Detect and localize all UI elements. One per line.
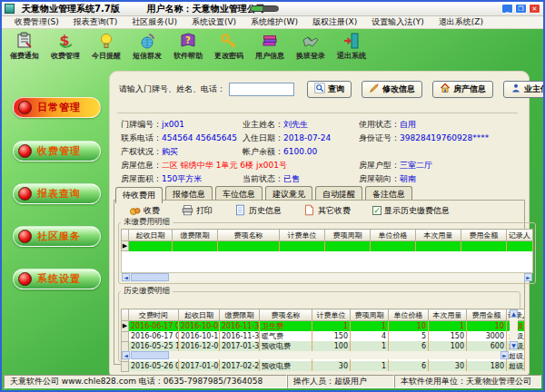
- status-company: 天意软件公司 www.chle828.com 电话：0635-7987985/7…: [4, 375, 287, 388]
- table-row[interactable]: ▶: [122, 241, 533, 251]
- toolbar-button-sms-broadcast[interactable]: 短信群发: [126, 32, 168, 61]
- menu-item-report-query[interactable]: 报表查询(T): [66, 16, 125, 28]
- table-cell: 100: [312, 341, 351, 351]
- history-fees-table: 交费时间起收日期缴费限期费项名称计费单位费项周期单位价格本次用量费用金额记录人▶…: [121, 309, 525, 372]
- search-row: 请输入门牌号、姓名、电话： 查询修改信息房产信息业主信息: [119, 80, 520, 98]
- table-row[interactable]: 2016-06-17 08:202016-10-172016-11-30暖气费1…: [122, 331, 525, 341]
- sidebar-item-daily-management[interactable]: 日常管理: [13, 97, 101, 118]
- toolbar-button-user-info[interactable]: 用户信息: [249, 32, 291, 61]
- fee-toolbar: 收费打印历史信息其它收费✓显示历史缴费信息: [129, 203, 450, 218]
- unpaid-fees-table: 起收日期缴费限期费项名称计费单位费项周期单位价格本次用量费用金额记录人▶: [121, 229, 533, 251]
- toolbar-button-software-help[interactable]: ?软件帮助: [167, 32, 209, 61]
- scroll-down-icon[interactable]: ▼: [510, 341, 518, 349]
- title-bar: 天意物业管理系统7.7版 用户名称：天意物业管理公司 _ ❐ ✕: [2, 2, 543, 16]
- show-history-checkbox-label: 显示历史缴费信息: [384, 205, 450, 217]
- scroll-right-icon[interactable]: ►: [524, 273, 532, 281]
- table-cell: 2016-11-30: [220, 321, 260, 332]
- column-header: 记录人: [507, 230, 533, 241]
- table-cell: 180: [467, 361, 507, 371]
- table-row[interactable]: 2016-05-25 16:562016-12-092017-01-31预收电费…: [122, 341, 525, 351]
- sidebar: 日常管理收费管理报表查询社区服务系统设置: [2, 73, 109, 373]
- menu-item-exit-system[interactable]: 退出系统(Z): [431, 16, 490, 28]
- table-cell: [280, 241, 325, 251]
- history-icon: [234, 204, 246, 218]
- menu-item-copyright-register[interactable]: 版权注册(X): [305, 16, 364, 28]
- table-cell: 4: [351, 331, 389, 341]
- table-cell: 2017-01-09: [179, 361, 220, 371]
- show-history-checkbox[interactable]: ✓: [372, 206, 382, 215]
- other-fee-button[interactable]: 其它收费: [303, 204, 351, 218]
- table-cell: 150: [429, 331, 467, 341]
- menu-item-system-settings[interactable]: 系统设置(V): [184, 16, 243, 28]
- table-cell: 2016-06-17 09:14: [129, 321, 179, 332]
- tab-panel-pending-fees: 收费打印历史信息其它收费✓显示历史缴费信息 未缴费用明细 起收日期缴费限期费项名…: [114, 200, 525, 365]
- table-cell: [507, 241, 533, 251]
- table-cell: [218, 241, 280, 251]
- sidebar-item-system-settings[interactable]: 系统设置: [13, 269, 101, 289]
- scroll-thumb[interactable]: [131, 351, 169, 359]
- table-row[interactable]: ▶2016-06-17 09:142016-10-062016-11-30卫生费…: [122, 321, 525, 332]
- table-row[interactable]: 2016-05-26 07:462017-01-092017-02-28预收电费…: [122, 361, 525, 371]
- collect-fee-button[interactable]: 收费: [129, 204, 160, 218]
- owner-info-button[interactable]: 业主信息: [503, 81, 545, 98]
- search-icon: [314, 83, 325, 95]
- history-vertical-scrollbar[interactable]: ▲ ▼: [510, 309, 518, 349]
- search-buttons: 查询修改信息房产信息业主信息: [307, 81, 545, 98]
- column-header: 费用金额: [467, 309, 507, 321]
- notice-icon: [4, 32, 45, 50]
- print-button[interactable]: 打印: [182, 204, 213, 218]
- sidebar-item-report-query[interactable]: 报表查询: [13, 183, 101, 204]
- status-software-unit: 本软件使用单位：天意物业管理公司: [394, 375, 541, 388]
- scroll-thumb[interactable]: [131, 273, 169, 281]
- column-header: 费项周期: [325, 230, 371, 241]
- table-cell: 2016-10-17: [179, 331, 220, 341]
- menu-item-community-service[interactable]: 社区服务(U): [124, 16, 184, 28]
- table-cell: 预收电费: [260, 341, 312, 351]
- property-info-button[interactable]: 房产信息: [432, 81, 493, 98]
- column-header: 本次用量: [429, 309, 467, 321]
- window-controls: _ ❐ ✕: [501, 4, 540, 14]
- query-button[interactable]: 查询: [307, 81, 352, 98]
- table-cell: 6: [389, 361, 429, 371]
- table-cell: 3000: [467, 331, 507, 341]
- scroll-left-icon[interactable]: ◄: [122, 351, 130, 359]
- toolbar-button-exit-system[interactable]: 退出系统: [331, 32, 372, 61]
- search-input[interactable]: [229, 83, 294, 96]
- red-sphere-icon: [18, 230, 32, 243]
- menu-item-system-maintenance[interactable]: 系统维护(W): [243, 16, 305, 28]
- minimize-button[interactable]: _: [501, 4, 513, 14]
- red-sphere-icon: [18, 144, 32, 158]
- sidebar-item-community-service[interactable]: 社区服务: [13, 226, 101, 247]
- status-bar: 天意软件公司 www.chle828.com 电话：0635-7987985/7…: [4, 375, 541, 388]
- owner-info-field: 房屋户型：三室二厅: [359, 160, 522, 172]
- history-info-button[interactable]: 历史信息: [234, 204, 282, 218]
- owner-info-field: 联系电话：454564 45645645: [121, 132, 243, 144]
- scroll-left-icon[interactable]: ◄: [122, 273, 130, 281]
- history-horizontal-scrollbar[interactable]: ◄ ►: [122, 351, 509, 359]
- toolbar-button-shift-login[interactable]: 换班登录: [290, 32, 332, 61]
- collect-icon: [129, 204, 141, 218]
- modify-info-button[interactable]: 修改信息: [362, 81, 422, 98]
- sms-icon: [126, 32, 168, 50]
- toolbar-button-fee-notice[interactable]: 催费通知: [4, 32, 45, 61]
- toolbar-button-fee-management[interactable]: $收费管理: [45, 32, 86, 61]
- toolbar-button-change-password[interactable]: 更改密码: [208, 32, 250, 61]
- restore-button[interactable]: ❐: [515, 4, 527, 14]
- menu-item-fee-management[interactable]: 收费管理(S): [7, 16, 66, 28]
- scroll-up-icon[interactable]: ▲: [510, 309, 518, 318]
- scroll-right-icon[interactable]: ►: [500, 351, 509, 359]
- column-header: 本次用量: [416, 230, 461, 241]
- sidebar-item-fee-management[interactable]: 收费管理: [13, 141, 101, 162]
- unpaid-fees-groupbox: 未缴费用明细 起收日期缴费限期费项名称计费单位费项周期单位价格本次用量费用金额记…: [118, 217, 536, 284]
- tab-pending-fees[interactable]: 待收费用: [115, 187, 163, 203]
- toolbar-button-today-reminder[interactable]: 今日提醒: [85, 32, 127, 61]
- unpaid-horizontal-scrollbar[interactable]: ◄ ►: [122, 273, 532, 281]
- table-cell: 1: [351, 321, 389, 332]
- search-label: 请输入门牌号、姓名、电话：: [119, 83, 225, 95]
- svg-text:?: ?: [185, 35, 191, 45]
- menu-item-input-method[interactable]: 设置输入法(Y): [364, 16, 431, 28]
- shift-icon: [290, 32, 332, 50]
- close-button[interactable]: ✕: [529, 4, 540, 14]
- row-marker: ▶: [122, 241, 129, 251]
- column-header: 费项周期: [351, 309, 389, 321]
